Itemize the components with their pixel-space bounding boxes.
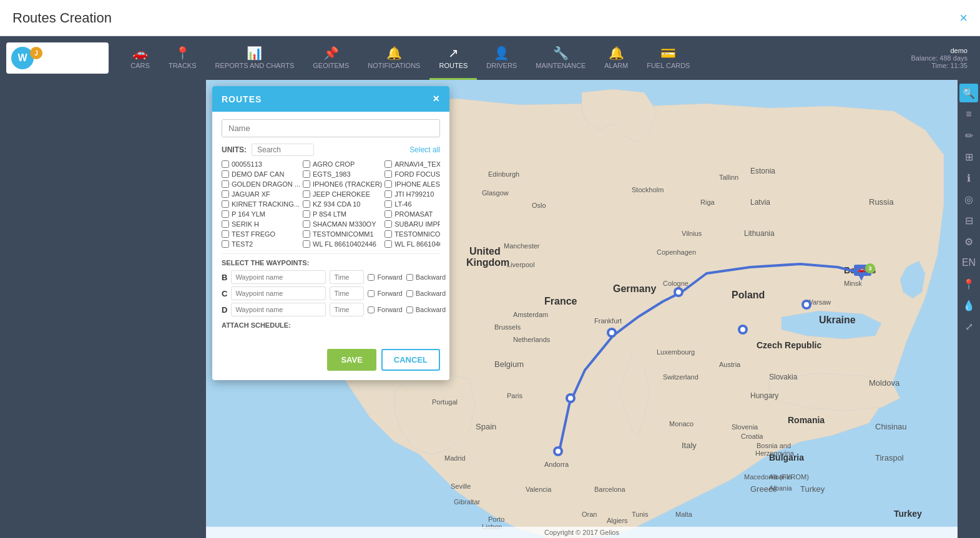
unit-name: 00055113	[232, 160, 262, 168]
pin-cologne	[607, 328, 617, 338]
waypoints-section: SELECT THE WAYPOINTS: B Forward Backward…	[222, 259, 440, 316]
unit-checkbox[interactable]	[303, 240, 310, 248]
country-label-germany: Germany	[613, 283, 656, 294]
unit-item: LT-46	[385, 200, 440, 208]
unit-checkbox[interactable]	[303, 210, 310, 218]
unit-checkbox[interactable]	[222, 210, 229, 218]
unit-checkbox[interactable]	[385, 180, 392, 188]
unit-checkbox[interactable]	[385, 210, 392, 218]
select-all-button[interactable]: Select all	[409, 145, 440, 154]
nav-item-tracks[interactable]: 📍 TRACKS	[159, 36, 206, 80]
unit-checkbox[interactable]	[385, 170, 392, 178]
waypoint-name-input[interactable]	[231, 270, 326, 284]
country-label-bih2: Herzegovina	[755, 449, 795, 457]
save-button[interactable]: SAVE	[327, 349, 376, 371]
unit-checkbox[interactable]	[303, 200, 310, 208]
unit-checkbox[interactable]	[222, 240, 229, 248]
nav-item-geoitems[interactable]: 📌 GEOITEMS	[303, 36, 358, 80]
forward-label: Forward	[377, 290, 402, 297]
unit-checkbox[interactable]	[222, 180, 229, 188]
alarm-icon: 🔔	[609, 46, 624, 61]
unit-checkbox[interactable]	[303, 190, 310, 198]
unit-checkbox[interactable]	[303, 220, 310, 228]
nav-item-notifications[interactable]: 🔔 NOTIFICATIONS	[358, 36, 429, 80]
target-icon[interactable]: ◎	[959, 190, 978, 208]
unit-name: SERIK H	[232, 220, 259, 228]
dialog-close-button[interactable]: ×	[433, 92, 440, 105]
country-label-tiraspol: Tiraspol	[875, 453, 904, 462]
route-name-input[interactable]	[222, 119, 440, 137]
nav-item-alarm[interactable]: 🔔 ALARM	[595, 36, 637, 80]
unit-checkbox[interactable]	[222, 230, 229, 238]
forward-label: Forward	[377, 273, 402, 281]
EN-icon[interactable]: EN	[959, 253, 978, 272]
settings-icon[interactable]: ⚙	[959, 232, 978, 251]
unit-checkbox[interactable]	[385, 240, 392, 248]
unit-item: TESTOMNICOMM1	[303, 230, 382, 238]
unit-checkbox[interactable]	[385, 230, 392, 238]
unit-checkbox[interactable]	[222, 200, 229, 208]
nav-item-cars[interactable]: 🚗 CARS	[121, 36, 159, 80]
pin-germany	[674, 287, 684, 297]
unit-item: WL FL 86610402446	[385, 240, 440, 248]
backward-checkbox[interactable]	[406, 274, 413, 281]
unit-name: TESTOMNICOMM2	[394, 230, 440, 238]
waypoint-time-input[interactable]	[330, 270, 364, 284]
country-label-estonia: Estonia	[750, 167, 775, 175]
layers-icon[interactable]: ⊞	[959, 147, 978, 166]
title-bar: Routes Creation ×	[0, 0, 980, 36]
unit-checkbox[interactable]	[303, 170, 310, 178]
schedule-section: ATTACH SCHEDULE:	[222, 321, 440, 329]
backward-checkbox[interactable]	[406, 290, 413, 297]
unit-checkbox[interactable]	[385, 200, 392, 208]
units-search-input[interactable]	[252, 144, 314, 156]
forward-checkbox[interactable]	[368, 290, 375, 297]
unit-item: P 164 YLM	[222, 210, 300, 218]
edit-icon[interactable]: ✏	[959, 126, 978, 145]
map-area[interactable]: United Kingdom Ireland France Germany Be…	[206, 80, 958, 538]
routes-dialog: ROUTES × UNITS: Select all 00055113 AGRO	[212, 86, 449, 380]
unit-name: SUBARU IMPREZA	[394, 220, 440, 228]
unit-item: PROMASAT	[385, 210, 440, 218]
waypoint-name-input[interactable]	[231, 286, 326, 300]
cancel-button[interactable]: CANCEL	[381, 349, 440, 371]
unit-checkbox[interactable]	[385, 220, 392, 228]
unit-item: IPHONE6 (TRACKER)	[303, 180, 382, 188]
forward-checkbox[interactable]	[368, 306, 375, 313]
unit-item: KZ 934 CDA 10	[303, 200, 382, 208]
geoitems-icon: 📌	[323, 46, 339, 61]
nav-item-maintenance[interactable]: 🔧 MAINTENANCE	[526, 36, 595, 80]
unit-checkbox[interactable]	[303, 160, 310, 168]
unit-checkbox[interactable]	[222, 190, 229, 198]
unit-checkbox[interactable]	[222, 160, 229, 168]
grid-icon[interactable]: ⊟	[959, 211, 978, 230]
nav-item-fuelcards[interactable]: 💳 FUEL CARDS	[637, 36, 699, 80]
water-icon[interactable]: 💧	[959, 296, 978, 315]
waypoint-time-input[interactable]	[330, 286, 364, 300]
search-icon[interactable]: 🔍	[959, 84, 978, 102]
unit-checkbox[interactable]	[303, 180, 310, 188]
unit-checkbox[interactable]	[385, 190, 392, 198]
nav-item-reports[interactable]: 📊 REPORTS AND CHARTS	[206, 36, 304, 80]
nav-item-routes[interactable]: ↗ ROUTES	[429, 36, 477, 80]
info-icon[interactable]: ℹ	[959, 169, 978, 187]
user-name: demo	[911, 47, 968, 54]
unit-name: KIRNET TRACKING...	[232, 200, 300, 208]
nav-item-drivers[interactable]: 👤 DRIVERS	[477, 36, 526, 80]
backward-checkbox[interactable]	[406, 306, 413, 313]
unit-name: TEST2	[232, 240, 253, 248]
unit-checkbox[interactable]	[222, 220, 229, 228]
country-label-austria: Austria	[719, 361, 741, 368]
waypoint-time-input[interactable]	[330, 303, 364, 316]
country-label-cologne: Cologne	[663, 280, 688, 287]
forward-checkbox[interactable]	[368, 274, 375, 281]
pin-icon[interactable]: 📍	[959, 275, 978, 293]
unit-checkbox[interactable]	[385, 160, 392, 168]
unit-checkbox[interactable]	[222, 170, 229, 178]
unit-checkbox[interactable]	[303, 230, 310, 238]
menu-icon[interactable]: ≡	[959, 105, 978, 124]
waypoint-name-input[interactable]	[231, 303, 326, 316]
arrow-icon[interactable]: ⤢	[959, 317, 978, 336]
close-title-button[interactable]: ×	[959, 10, 968, 26]
city-porto: Porto	[488, 516, 504, 523]
